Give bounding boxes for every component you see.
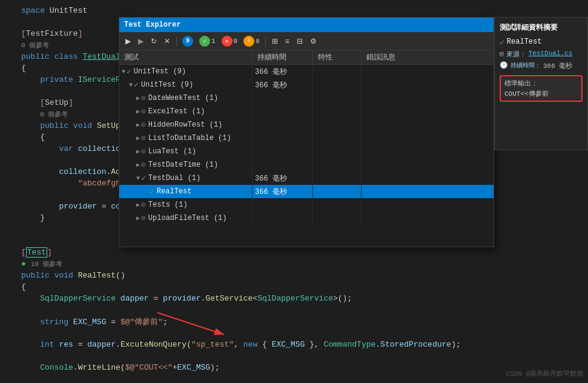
code-line bbox=[0, 304, 588, 316]
expand-icon: ▶ bbox=[136, 95, 140, 102]
status-icon-yellow: ⊙ bbox=[141, 160, 146, 170]
detail-duration-value: 366 毫秒 bbox=[543, 61, 572, 70]
expand-icon: ▶ bbox=[136, 121, 140, 128]
badge-skip[interactable]: ! 8 bbox=[242, 35, 262, 48]
test-explorer-columns: 測試 持續時間 特性 錯誤訊息 bbox=[119, 50, 494, 65]
detail-source-label: 來源： bbox=[506, 50, 526, 59]
expand-icon: ▼ bbox=[122, 68, 125, 75]
status-icon-yellow: ⊙ bbox=[141, 200, 146, 210]
test-explorer-list[interactable]: ▼ ✓ UnitTest (9) 366 毫秒 ▼ ✓ UnitTest (9)… bbox=[119, 65, 494, 247]
col-trait: 特性 bbox=[313, 50, 362, 64]
code-line: public void RealTest() bbox=[0, 270, 588, 281]
status-icon-yellow: ⊙ bbox=[141, 107, 146, 116]
status-icon-green: ✓ bbox=[141, 173, 146, 183]
detail-source-value: TestDual.cs bbox=[529, 50, 573, 57]
sort-button[interactable]: ⊟ bbox=[294, 36, 305, 47]
refresh-button[interactable]: ↻ bbox=[148, 36, 159, 47]
test-row-luatest[interactable]: ▶ ⊙ LuaTest (1) bbox=[119, 145, 494, 158]
detail-duration-label: 持續時間： bbox=[510, 61, 541, 70]
col-test: 測試 bbox=[119, 50, 253, 64]
group-button[interactable]: ≡ bbox=[283, 36, 292, 47]
toolbar-separator bbox=[176, 36, 177, 46]
status-icon-green: ✓ bbox=[150, 187, 154, 196]
status-icon-yellow: ⊙ bbox=[141, 120, 146, 130]
source-icon: ▤ bbox=[500, 50, 504, 58]
toolbar-separator-2 bbox=[265, 36, 266, 46]
badge-fail[interactable]: ✕ 0 bbox=[220, 35, 240, 48]
code-line: string EXC_MSG = $@"傳參前"; bbox=[0, 316, 588, 327]
detail-title: 測試詳細資料摘要 bbox=[500, 22, 583, 33]
expand-icon: ▶ bbox=[136, 108, 140, 115]
status-icon-green: ✓ bbox=[134, 80, 139, 90]
run-selected-button[interactable]: ▶ bbox=[136, 36, 146, 47]
code-line: { bbox=[0, 281, 588, 293]
status-icon-yellow: ⊙ bbox=[141, 147, 146, 156]
test-row-testdual[interactable]: ▼ ✓ TestDual (1) 366 毫秒 bbox=[119, 172, 494, 185]
watermark: CSDN @羅馬蘇丹默罕默德 bbox=[506, 369, 583, 378]
code-line: SqlDapperService dapper = provider.GetSe… bbox=[0, 293, 588, 304]
expand-icon: ▶ bbox=[136, 215, 140, 222]
expand-icon: ▶ bbox=[136, 135, 140, 142]
test-row-testdatetime[interactable]: ▶ ⊙ TestDateTime (1) bbox=[119, 158, 494, 172]
code-line bbox=[0, 350, 588, 362]
badge-all[interactable]: 9 bbox=[180, 35, 195, 48]
test-explorer-title: Test Explorer bbox=[119, 18, 494, 32]
stop-button[interactable]: ✕ bbox=[162, 36, 173, 47]
expand-icon: ▶ bbox=[136, 148, 140, 155]
status-icon-green: ✓ bbox=[127, 67, 131, 76]
status-icon-yellow: ⊙ bbox=[141, 213, 146, 223]
output-label: 標準輸出： bbox=[504, 79, 578, 88]
detail-test-name-row: ✓ RealTest bbox=[500, 38, 583, 47]
status-icon-yellow: ⊙ bbox=[141, 133, 146, 143]
test-row-unittest[interactable]: ▼ ✓ UnitTest (9) 366 毫秒 bbox=[119, 78, 494, 92]
expand-icon: ▶ bbox=[136, 201, 140, 208]
clock-icon: 🕐 bbox=[500, 61, 508, 69]
test-row-listtodatatable[interactable]: ▶ ⊙ ListToDataTable (1) bbox=[119, 132, 494, 145]
output-section: 標準輸出： COUT<<傳參前 bbox=[500, 75, 583, 102]
settings-button[interactable]: ⚙ bbox=[308, 36, 319, 47]
test-row-hiddenrowtest[interactable]: ▶ ⊙ HiddenRowTest (1) bbox=[119, 118, 494, 132]
detail-test-name: RealTest bbox=[507, 38, 542, 46]
expand-icon: ▼ bbox=[129, 82, 133, 88]
code-line: space UnitTest bbox=[0, 5, 588, 16]
detail-status-icon: ✓ bbox=[500, 38, 504, 47]
detail-source-row: ▤ 來源： TestDual.cs bbox=[500, 50, 583, 59]
expand-icon: ▶ bbox=[136, 161, 140, 168]
col-error: 錯誤訊息 bbox=[362, 50, 494, 64]
code-line: int res = dapper.ExcuteNonQuery("sp_test… bbox=[0, 339, 588, 350]
badge-pass[interactable]: ✓ 1 bbox=[197, 35, 217, 48]
output-content: COUT<<傳參前 bbox=[504, 89, 578, 98]
run-all-button[interactable]: ▶ bbox=[123, 36, 133, 47]
code-line: [Test] bbox=[0, 247, 588, 258]
detail-panel: 測試詳細資料摘要 ✓ RealTest ▤ 來源： TestDual.cs 🕐 … bbox=[494, 17, 588, 150]
test-row-realtest[interactable]: ✓ RealTest 366 毫秒 bbox=[119, 185, 494, 198]
code-line: Console.WriteLine($@"COUT<<"+EXC_MSG); bbox=[0, 362, 588, 373]
status-icon-yellow: ⊙ bbox=[141, 93, 146, 103]
test-row-tests[interactable]: ▶ ⊙ Tests (1) bbox=[119, 198, 494, 211]
test-row-uploadfiletest[interactable]: ▶ ⊙ UploadFileTest (1) bbox=[119, 211, 494, 225]
test-row-dateweektest[interactable]: ▶ ⊙ DateWeekTest (1) bbox=[119, 92, 494, 105]
test-row-exceltest[interactable]: ▶ ⊙ ExcelTest (1) bbox=[119, 105, 494, 118]
detail-duration-row: 🕐 持續時間： 366 毫秒 bbox=[500, 61, 583, 70]
code-line: ● 10 個參考 bbox=[0, 258, 588, 270]
col-duration: 持續時間 bbox=[253, 50, 313, 64]
test-row-unittestgroup[interactable]: ▼ ✓ UnitTest (9) 366 毫秒 bbox=[119, 65, 494, 78]
expand-icon: ▼ bbox=[136, 175, 140, 182]
test-explorer-toolbar: ▶ ▶ ↻ ✕ 9 ✓ 1 ✕ 0 ! 8 ⊞ ≡ ⊟ ⚙ bbox=[119, 32, 494, 50]
filter-button[interactable]: ⊞ bbox=[269, 36, 280, 47]
test-explorer-panel: Test Explorer ▶ ▶ ↻ ✕ 9 ✓ 1 ✕ 0 ! 8 ⊞ ≡ … bbox=[119, 17, 494, 247]
code-line bbox=[0, 327, 588, 339]
